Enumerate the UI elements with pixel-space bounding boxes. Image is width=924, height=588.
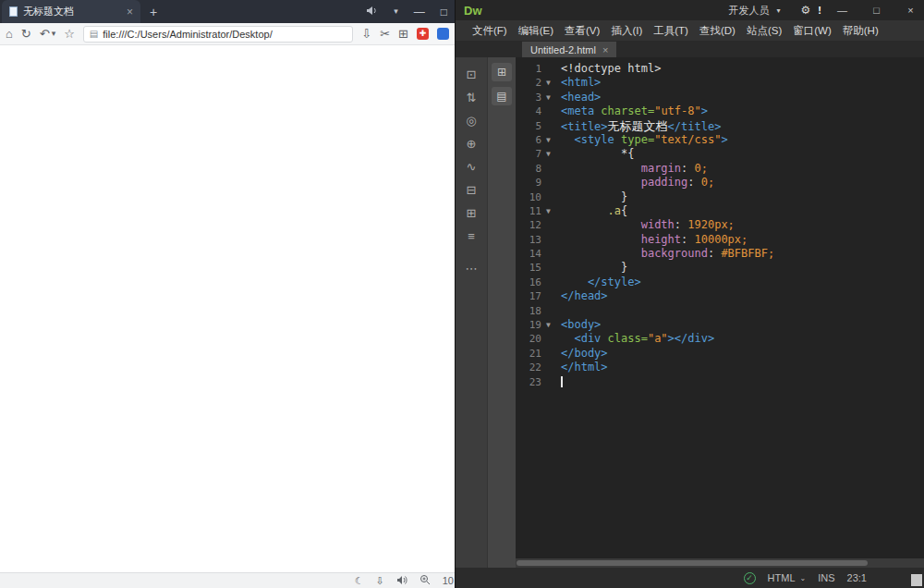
refresh-icon[interactable]: ↻ xyxy=(21,28,31,40)
zoom-icon[interactable] xyxy=(419,574,431,587)
code-line[interactable]: 9padding: 0; xyxy=(516,176,924,190)
line-number: 1 xyxy=(516,62,541,76)
browser-toolbar: ⌂ ↻ ↶ ▾ ☆ ▤ file:///C:/Users/Administrat… xyxy=(0,23,455,45)
browser-tab-untitled[interactable]: 无标题文档 × xyxy=(2,0,140,23)
more-options-icon[interactable]: ⋯ xyxy=(466,263,478,275)
code-line[interactable]: 22</html> xyxy=(516,361,924,374)
code-line[interactable]: 16</style> xyxy=(516,276,924,289)
code-line[interactable]: 12width: 1920px; xyxy=(516,218,924,232)
format-source-icon[interactable]: ⊞ xyxy=(467,207,477,219)
resize-grip[interactable] xyxy=(911,574,922,586)
menu-window[interactable]: 窗口(W) xyxy=(787,20,837,41)
workspace-caret-icon[interactable]: ▾ xyxy=(777,6,781,15)
code-line[interactable]: 19▼<body> xyxy=(516,318,924,332)
gear-icon[interactable]: ⚙ xyxy=(801,4,811,17)
apps-grid-icon[interactable]: ⊞ xyxy=(398,28,408,40)
menu-site[interactable]: 站点(S) xyxy=(741,20,787,41)
night-mode-icon[interactable]: ☾ xyxy=(355,576,364,586)
code-line[interactable]: 13height: 10000px; xyxy=(516,233,924,247)
browser-page-content[interactable] xyxy=(0,45,455,572)
menu-tools[interactable]: 工具(T) xyxy=(648,20,694,41)
menu-help[interactable]: 帮助(H) xyxy=(837,20,884,41)
code-line[interactable]: 21</body> xyxy=(516,347,924,361)
menu-insert[interactable]: 插入(I) xyxy=(605,20,648,41)
code-line[interactable]: 8margin: 0; xyxy=(516,162,924,176)
code-line[interactable]: 17</head> xyxy=(516,289,924,303)
code-token: { xyxy=(621,204,627,217)
menu-find[interactable]: 查找(D) xyxy=(694,20,741,41)
document-tab-untitled2[interactable]: Untitled-2.html × xyxy=(522,42,616,57)
code-line[interactable]: 15} xyxy=(516,261,924,275)
code-line[interactable]: 23 xyxy=(516,375,924,389)
document-tab-close-icon[interactable]: × xyxy=(602,44,608,55)
doc-type-caret-icon[interactable]: ⌄ xyxy=(800,574,807,582)
code-line[interactable]: 6▼<style type="text/css"> xyxy=(516,133,924,147)
doc-type-label[interactable]: HTML xyxy=(768,572,796,583)
red-extension-icon[interactable]: ✚ xyxy=(417,28,429,40)
live-view-options-icon[interactable]: ◎ xyxy=(466,115,476,127)
code-text: *{ xyxy=(555,147,634,161)
code-token: <body> xyxy=(561,318,601,331)
menu-file[interactable]: 文件(F) xyxy=(467,20,513,41)
fold-spacer xyxy=(541,304,555,318)
code-token: </head> xyxy=(561,289,608,302)
home-icon[interactable]: ⌂ xyxy=(6,28,13,40)
chevron-down-icon[interactable]: ▾ xyxy=(394,7,398,16)
menu-view[interactable]: 查看(V) xyxy=(559,20,605,41)
line-number: 16 xyxy=(516,276,541,289)
code-line[interactable]: 2▼<html> xyxy=(516,76,924,90)
menu-edit[interactable]: 编辑(E) xyxy=(513,20,559,41)
code-line[interactable]: 4<meta charset="utf-8"> xyxy=(516,104,924,118)
megaphone-icon[interactable] xyxy=(366,6,378,18)
apply-comment-icon[interactable]: ⊟ xyxy=(467,184,477,196)
open-documents-icon[interactable]: ⊡ xyxy=(467,68,477,80)
undo-icon[interactable]: ↶ xyxy=(40,28,50,40)
fold-arrow-icon[interactable]: ▼ xyxy=(541,76,555,90)
insert-panel-icon[interactable]: ▤ xyxy=(492,87,512,105)
code-line[interactable]: 3▼<head> xyxy=(516,91,924,104)
inspect-icon[interactable]: ⊕ xyxy=(467,138,477,150)
blue-sidebar-icon[interactable] xyxy=(437,28,449,40)
dreamweaver-window: Dw 开发人员 ▾ ⚙ ! — □ × 文件(F)编辑(E)查看(V)插入(I)… xyxy=(456,0,924,588)
code-line[interactable]: 5<title>无标题文档</title> xyxy=(516,119,924,133)
code-line[interactable]: 10} xyxy=(516,190,924,204)
fold-arrow-icon[interactable]: ▼ xyxy=(541,147,555,161)
code-line[interactable]: 11▼.a{ xyxy=(516,204,924,218)
workspace-switcher[interactable]: 开发人员 xyxy=(729,4,770,18)
code-token: *{ xyxy=(621,147,634,160)
horizontal-scrollbar[interactable] xyxy=(516,558,924,568)
outline-icon[interactable]: ≡ xyxy=(468,230,475,242)
fold-arrow-icon[interactable]: ▼ xyxy=(541,318,555,332)
fold-arrow-icon[interactable]: ▼ xyxy=(541,204,555,218)
favorites-star-icon[interactable]: ☆ xyxy=(64,28,75,40)
address-bar[interactable]: ▤ file:///C:/Users/Administrator/Desktop… xyxy=(83,26,353,43)
linked-files-icon[interactable]: ∿ xyxy=(467,161,477,173)
maximize-icon[interactable]: □ xyxy=(441,6,447,18)
code-line[interactable]: 18 xyxy=(516,304,924,318)
dw-minimize-icon[interactable]: — xyxy=(829,0,856,20)
speaker-icon[interactable] xyxy=(396,575,407,587)
fold-arrow-icon[interactable]: ▼ xyxy=(541,91,555,104)
fold-arrow-icon[interactable]: ▼ xyxy=(541,133,555,147)
tab-close-icon[interactable]: × xyxy=(127,6,133,18)
scrollbar-thumb[interactable] xyxy=(517,560,868,566)
code-line[interactable]: 20<div class="a"></div> xyxy=(516,332,924,346)
dom-panel-icon[interactable]: ⊞ xyxy=(492,63,512,81)
dw-document-tab-bar: Untitled-2.html × xyxy=(456,41,924,57)
download-icon[interactable]: ⇩ xyxy=(361,28,371,40)
code-token: class= xyxy=(608,332,648,345)
scissors-icon[interactable]: ✂ xyxy=(380,28,390,40)
code-lines[interactable]: 1<!doctype html>2▼<html>3▼<head>4<meta c… xyxy=(516,57,924,558)
dw-close-icon[interactable]: × xyxy=(897,0,924,20)
downloads-icon[interactable]: ⇩ xyxy=(376,576,384,586)
new-tab-button[interactable]: + xyxy=(150,6,157,18)
code-line[interactable]: 1<!doctype html> xyxy=(516,62,924,76)
code-line[interactable]: 14background: #BFBFBF; xyxy=(516,247,924,261)
file-management-icon[interactable]: ⇅ xyxy=(467,92,477,104)
address-url: file:///C:/Users/Administrator/Desktop/ xyxy=(103,29,272,40)
minimize-icon[interactable]: — xyxy=(414,6,425,18)
zoom-level[interactable]: 10 xyxy=(443,576,454,586)
code-line[interactable]: 7▼*{ xyxy=(516,147,924,161)
dw-maximize-icon[interactable]: □ xyxy=(863,0,890,20)
undo-dropdown-icon[interactable]: ▾ xyxy=(52,30,56,38)
